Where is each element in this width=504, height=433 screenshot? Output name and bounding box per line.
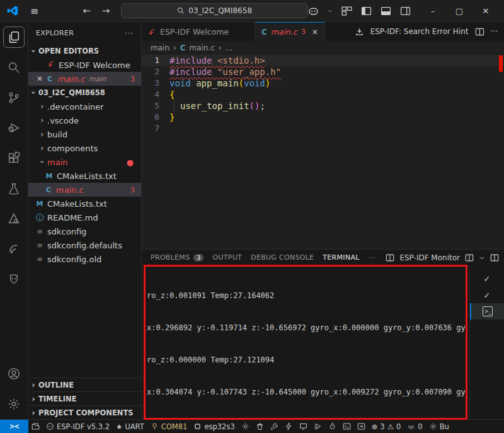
problems-summary[interactable]: ⊗3 ⚠0 <box>369 422 404 431</box>
uart-item[interactable]: ★UART <box>113 422 147 431</box>
star-icon: ★ <box>116 422 122 431</box>
tab-terminal[interactable]: TERMINAL <box>323 250 359 265</box>
terminal-profile-label[interactable]: ESP-IDF Monitor <box>399 253 460 262</box>
rainmaker-icon[interactable] <box>0 264 28 294</box>
tab-espidf-welcome[interactable]: ESP-IDF Welcome <box>142 22 255 41</box>
project-root-header[interactable]: › 03_I2C_QMI8658 <box>28 86 141 100</box>
customize-layout-icon[interactable] <box>341 6 352 16</box>
tree-item-sdkconfig[interactable]: ≡sdkconfig <box>28 224 141 238</box>
back-button[interactable]: ← <box>83 5 91 16</box>
settings-gear-icon[interactable] <box>0 389 28 419</box>
extensions-icon[interactable] <box>0 143 28 173</box>
monitor-icon[interactable] <box>296 422 311 430</box>
target-device-item[interactable]: esp32s3 <box>190 422 238 431</box>
task-terminal-done[interactable]: ✓ <box>470 287 504 303</box>
account-icon[interactable] <box>0 359 28 389</box>
espressif-icon[interactable] <box>0 234 28 264</box>
active-terminal-item[interactable]: >_ <box>470 303 504 320</box>
close-icon[interactable]: ✕ <box>312 28 318 37</box>
code-line-5: 5 user_top_init(); <box>142 100 504 112</box>
editor-more-actions-icon[interactable]: ··· <box>491 27 498 36</box>
tree-item-components[interactable]: ›components <box>28 141 141 155</box>
copilot-icon[interactable] <box>308 6 319 16</box>
modified-dot: ● <box>127 158 137 167</box>
sidebar-more-icon[interactable]: ··· <box>125 29 134 37</box>
tab-output[interactable]: OUTPUT <box>212 250 242 265</box>
forward-button[interactable]: → <box>102 5 110 16</box>
build-status-item[interactable]: Bu <box>426 422 452 431</box>
espidf-version-item[interactable]: ESP-IDF v5.3.2 <box>43 422 113 431</box>
tree-item-sdkconfig-defaults[interactable]: ≡sdkconfig.defaults <box>28 238 141 252</box>
panel-more-tabs-icon[interactable]: ··· <box>369 250 375 265</box>
terminal-line: ro_z:0.000000 Temp:27.121094 <box>147 355 469 366</box>
open-editor-main-c[interactable]: ✕ C main.c main 3 <box>28 72 141 86</box>
tab-problems[interactable]: PROBLEMS3 <box>151 250 203 265</box>
check-icon: ✓ <box>484 274 491 284</box>
terminal-line: x:0.304074 y:-0.107743 z:-10.645000 gyro… <box>147 387 469 398</box>
breadcrumb[interactable]: main› C main.c› ... <box>142 41 504 55</box>
com-port-item[interactable]: COM81 <box>147 422 191 431</box>
code-editor[interactable]: 1 #include <stdio.h> 2 #include "user_ap… <box>142 55 504 134</box>
maximize-button[interactable]: ▢ <box>446 0 472 21</box>
full-clean-trash-icon[interactable] <box>253 422 267 430</box>
timeline-section[interactable]: ›TIMELINE <box>28 391 141 405</box>
close-button[interactable]: ✕ <box>472 0 499 21</box>
terminal-profile-icon <box>386 253 394 262</box>
split-editor-icon[interactable] <box>475 27 484 37</box>
open-editors-header[interactable]: › OPEN EDITORS <box>28 44 141 58</box>
error-icon: ⊗ <box>372 422 378 431</box>
tree-item-readme[interactable]: iREADME.md <box>28 211 141 224</box>
wireless-ports-item[interactable]: 0 <box>404 422 425 431</box>
build-wrench-icon[interactable] <box>267 422 282 430</box>
tree-item-main-c[interactable]: Cmain.c3 <box>28 183 141 197</box>
new-terminal-icon[interactable] <box>465 253 474 262</box>
debug-icon[interactable] <box>311 422 325 430</box>
tree-item-cmakelists-main[interactable]: MCMakeLists.txt <box>28 169 141 183</box>
tree-item-vscode[interactable]: ›.vscode <box>28 113 141 127</box>
flame-erase-icon[interactable] <box>325 422 340 430</box>
remote-indicator[interactable]: >< <box>0 420 28 433</box>
cmake-file-icon: M <box>44 172 54 180</box>
broadcast-icon <box>407 422 415 430</box>
explorer-icon[interactable] <box>0 22 28 52</box>
tree-item-sdkconfig-old[interactable]: ≡sdkconfig.old <box>28 252 141 266</box>
outline-section[interactable]: ›OUTLINE <box>28 378 141 391</box>
open-editor-espidf-welcome[interactable]: ESP-IDF Welcome <box>28 58 141 72</box>
open-folder-icon[interactable] <box>28 422 43 430</box>
chip-icon <box>193 422 202 430</box>
app-trace-icon[interactable] <box>354 422 369 430</box>
tree-item-build[interactable]: ›build <box>28 127 141 141</box>
espidf-error-hint-button[interactable]: ESP-IDF: Search Error Hint <box>370 27 469 36</box>
c-file-icon: C <box>45 75 55 83</box>
terminal-output[interactable]: ro_z:0.001091 Temp:27.164062 x:0.296892 … <box>142 265 469 419</box>
tree-item-cmakelists-root[interactable]: MCMakeLists.txt <box>28 197 141 211</box>
minimize-button[interactable]: – <box>420 0 446 21</box>
command-center-search[interactable]: 03_I2C_QMI8658 <box>121 3 308 18</box>
split-terminal-icon[interactable] <box>490 253 499 262</box>
run-debug-icon[interactable] <box>0 113 28 143</box>
testing-icon[interactable] <box>0 173 28 204</box>
flash-lightning-icon[interactable] <box>282 422 296 430</box>
tab-debug-console[interactable]: DEBUG CONSOLE <box>251 250 314 265</box>
toggle-secondary-sidebar-icon[interactable] <box>400 6 411 16</box>
sdk-config-gear-icon[interactable] <box>238 422 253 430</box>
code-line-3: 3 void app_main(void) <box>142 78 504 89</box>
toggle-sidebar-icon[interactable] <box>361 6 372 16</box>
task-terminal-done[interactable]: ✓ <box>470 270 504 287</box>
error-hint-download-icon[interactable] <box>355 27 364 37</box>
menu-hamburger-icon[interactable]: ≡ <box>30 5 38 17</box>
terminal-icon[interactable] <box>340 422 354 430</box>
espidf-explorer-icon[interactable] <box>0 204 28 234</box>
tree-item-main-folder[interactable]: ›main● <box>28 155 141 169</box>
search-icon[interactable] <box>0 52 28 83</box>
project-components-section[interactable]: ›PROJECT COMPONENTS <box>28 405 141 419</box>
warning-icon: ⚠ <box>387 422 394 431</box>
sidebar-title: EXPLORER <box>36 29 74 37</box>
source-control-icon[interactable] <box>0 83 28 113</box>
toggle-panel-icon[interactable] <box>381 6 391 16</box>
tab-main-c[interactable]: C main.c 3 ✕ <box>255 22 325 41</box>
chevron-down-icon[interactable] <box>479 253 485 262</box>
tree-item-devcontainer[interactable]: ›.devcontainer <box>28 100 141 113</box>
chevron-down-icon[interactable] <box>328 6 333 16</box>
close-icon[interactable]: ✕ <box>35 74 45 83</box>
